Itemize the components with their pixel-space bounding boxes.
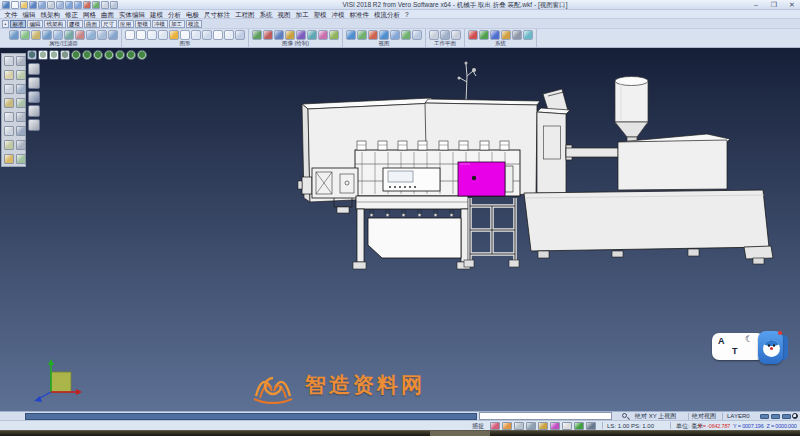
menu-item[interactable]: 尺寸标注 xyxy=(202,10,233,19)
rotate-view-icon[interactable] xyxy=(379,30,389,40)
open-drawing-icon[interactable] xyxy=(136,30,146,40)
toolbar-tab[interactable]: 冲模 xyxy=(152,20,168,28)
bottom-view-icon[interactable] xyxy=(137,50,147,60)
timer-icon[interactable] xyxy=(574,422,584,430)
machine-base[interactable] xyxy=(524,190,773,264)
snap-end-icon[interactable] xyxy=(16,70,26,80)
refresh-icon[interactable] xyxy=(92,1,100,9)
iso-view-icon[interactable] xyxy=(71,50,81,60)
scale-icon[interactable] xyxy=(16,154,26,164)
new-file-icon[interactable] xyxy=(11,1,19,9)
ime-doraemon-icon[interactable] xyxy=(756,329,784,366)
wireframe-view-icon[interactable] xyxy=(49,50,59,60)
filter-surface-icon[interactable] xyxy=(64,30,74,40)
toolbar-tab[interactable]: 曲面 xyxy=(84,20,100,28)
tile-windows-icon[interactable] xyxy=(27,50,37,60)
attr-layer-icon[interactable] xyxy=(20,30,30,40)
back-view-icon[interactable] xyxy=(126,50,136,60)
section-icon[interactable] xyxy=(28,77,40,89)
named-view-icon[interactable] xyxy=(401,30,411,40)
menu-item[interactable]: 建模 xyxy=(148,10,166,19)
hopper[interactable] xyxy=(615,77,648,144)
menu-item[interactable]: 线架构 xyxy=(38,10,63,19)
trim-icon[interactable] xyxy=(4,126,14,136)
measure-icon[interactable] xyxy=(4,112,14,122)
app-icon[interactable] xyxy=(2,1,10,9)
delete-icon[interactable] xyxy=(83,1,91,9)
group-icon[interactable] xyxy=(224,30,234,40)
light-icon[interactable] xyxy=(296,30,306,40)
profile-icon[interactable] xyxy=(502,422,512,430)
tab-list-button[interactable]: • xyxy=(2,20,9,28)
rotate-icon[interactable] xyxy=(16,140,26,150)
search-icon[interactable] xyxy=(622,413,627,418)
unblank-icon[interactable] xyxy=(213,30,223,40)
draw-mode-icon[interactable] xyxy=(329,30,339,40)
left-view-icon[interactable] xyxy=(115,50,125,60)
layer-manager-icon[interactable] xyxy=(468,30,478,40)
toolbar-tab[interactable]: 加工 xyxy=(169,20,185,28)
control-panel[interactable] xyxy=(383,168,440,191)
new-drawing-icon[interactable] xyxy=(125,30,135,40)
dimension-icon[interactable] xyxy=(16,112,26,122)
toolbar-tab[interactable]: 建模 xyxy=(67,20,83,28)
menu-item[interactable]: 加工 xyxy=(293,10,311,19)
layers-icon[interactable] xyxy=(514,422,524,430)
menu-item[interactable]: 曲面 xyxy=(99,10,117,19)
hide-entities-icon[interactable] xyxy=(180,30,190,40)
menu-item[interactable]: 冲模 xyxy=(329,10,347,19)
blank-icon[interactable] xyxy=(202,30,212,40)
menu-item[interactable]: 分析 xyxy=(166,10,184,19)
grid-icon[interactable] xyxy=(586,422,596,430)
color-table-icon[interactable] xyxy=(479,30,489,40)
workplane-view-icon[interactable] xyxy=(451,30,461,40)
open-file-icon[interactable] xyxy=(20,1,28,9)
toolbar-tab[interactable]: 应用 xyxy=(118,20,134,28)
attributes-icon[interactable] xyxy=(526,422,536,430)
barrel-connector[interactable] xyxy=(566,145,618,160)
calculator-icon[interactable] xyxy=(501,30,511,40)
toolbar-tab[interactable]: 线架构 xyxy=(44,20,66,28)
layer-toggle-1-button[interactable] xyxy=(760,414,769,419)
plot-icon[interactable] xyxy=(56,1,64,9)
workplane-xy-icon[interactable] xyxy=(429,30,439,40)
quick-filter-icon[interactable] xyxy=(108,30,118,40)
chain-select-icon[interactable] xyxy=(4,70,14,80)
display-sphere-icon[interactable] xyxy=(792,413,798,419)
attr-linetype-icon[interactable] xyxy=(31,30,41,40)
settings-icon[interactable] xyxy=(101,1,109,9)
page-setup-icon[interactable] xyxy=(158,30,168,40)
render-icon[interactable] xyxy=(263,30,273,40)
highlight-block[interactable] xyxy=(458,162,505,196)
macro-icon[interactable] xyxy=(523,30,533,40)
layer-toggle-2-button[interactable] xyxy=(771,414,780,419)
minimize-button[interactable]: – xyxy=(750,1,762,9)
globe-icon[interactable] xyxy=(490,30,500,40)
background-icon[interactable] xyxy=(318,30,328,40)
filter-solid-icon[interactable] xyxy=(75,30,85,40)
ortho-icon[interactable] xyxy=(562,422,572,430)
toolbar-tab[interactable]: 塑模 xyxy=(135,20,151,28)
snap-point-icon[interactable] xyxy=(16,98,26,108)
shaded-view-icon[interactable] xyxy=(38,50,48,60)
window-select-icon[interactable] xyxy=(16,56,26,66)
view-manager-icon[interactable] xyxy=(28,63,40,75)
mirror-icon[interactable] xyxy=(4,154,14,164)
shade-icon[interactable] xyxy=(252,30,262,40)
close-button[interactable]: ✕ xyxy=(786,1,798,9)
menu-item[interactable]: 模流分析 xyxy=(372,10,403,19)
save-all-icon[interactable] xyxy=(38,1,46,9)
snap-mid-icon[interactable] xyxy=(4,84,14,94)
menu-item[interactable]: 修正 xyxy=(63,10,81,19)
snap-center-icon[interactable] xyxy=(16,84,26,94)
menu-item[interactable]: 网格 xyxy=(81,10,99,19)
menu-item[interactable]: 系统 xyxy=(257,10,275,19)
redo-icon[interactable] xyxy=(74,1,82,9)
menu-item[interactable]: 实体编辑 xyxy=(117,10,148,19)
menu-item[interactable]: 工程图 xyxy=(233,10,258,19)
command-input[interactable] xyxy=(479,412,612,420)
control-cabinet[interactable] xyxy=(537,108,570,193)
menu-item[interactable]: 文件 xyxy=(2,10,20,19)
hidden-line-view-icon[interactable] xyxy=(60,50,70,60)
zoom-window-icon[interactable] xyxy=(357,30,367,40)
